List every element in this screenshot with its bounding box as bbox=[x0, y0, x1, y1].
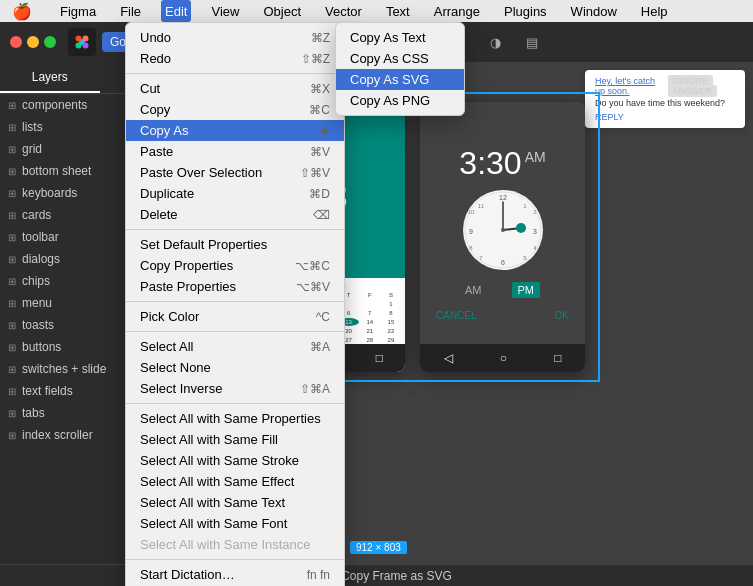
am-label[interactable]: AM bbox=[465, 284, 482, 296]
svg-point-4 bbox=[83, 43, 89, 49]
grid-icon: ⊞ bbox=[8, 100, 16, 111]
cal-20: 15 bbox=[381, 318, 401, 326]
menu-paste-over[interactable]: Paste Over Selection ⇧⌘V bbox=[126, 162, 344, 183]
grid-icon-8: ⊞ bbox=[8, 254, 16, 265]
grid-icon-10: ⊞ bbox=[8, 298, 16, 309]
grid-icon-9: ⊞ bbox=[8, 276, 16, 287]
svg-point-20 bbox=[516, 223, 526, 233]
svg-point-2 bbox=[76, 43, 82, 49]
menu-sep-1 bbox=[126, 73, 344, 74]
plugins-menu[interactable]: Plugins bbox=[500, 0, 551, 22]
cal-6 bbox=[360, 300, 380, 308]
object-menu[interactable]: Object bbox=[259, 0, 305, 22]
vector-menu[interactable]: Vector bbox=[321, 0, 366, 22]
phone2-bottom-bar: ◁ ○ □ bbox=[420, 344, 585, 372]
apple-menu[interactable]: 🍎 bbox=[8, 0, 36, 22]
menu-sep-2 bbox=[126, 229, 344, 230]
menu-copy-as[interactable]: Copy As ▶ bbox=[126, 120, 344, 141]
reply-button[interactable]: REPLY bbox=[595, 112, 735, 122]
svg-text:10: 10 bbox=[467, 209, 474, 215]
phone-clock-screen: 3:30AM 12 3 6 9 1 2 4 5 7 bbox=[420, 102, 585, 372]
menu-select-none[interactable]: Select None bbox=[126, 357, 344, 378]
submenu-copy-as-text[interactable]: Copy As Text bbox=[336, 27, 464, 48]
theme-icon[interactable]: ◑ bbox=[482, 28, 510, 56]
svg-text:9: 9 bbox=[469, 228, 473, 235]
menu-duplicate[interactable]: Duplicate ⌘D bbox=[126, 183, 344, 204]
main-layout: Layers Assets ⊞ components ⊞ lists ⊞ gri… bbox=[0, 62, 753, 586]
window-menu[interactable]: Window bbox=[567, 0, 621, 22]
grid-icon-3: ⊞ bbox=[8, 144, 16, 155]
view-menu[interactable]: View bbox=[207, 0, 243, 22]
phone2-cancel[interactable]: CANCEL bbox=[436, 310, 477, 321]
menu-redo[interactable]: Redo ⇧⌘Z bbox=[126, 48, 344, 69]
grid-icon-11: ⊞ bbox=[8, 320, 16, 331]
minimize-button[interactable] bbox=[27, 36, 39, 48]
menu-set-default[interactable]: Set Default Properties bbox=[126, 234, 344, 255]
menu-select-all[interactable]: Select All ⌘A bbox=[126, 336, 344, 357]
svg-point-1 bbox=[76, 36, 82, 42]
menu-undo[interactable]: Undo ⌘Z bbox=[126, 27, 344, 48]
prototype-icon[interactable]: ▤ bbox=[518, 28, 546, 56]
phone2-back-icon: ◁ bbox=[444, 351, 453, 365]
phone1-recent-icon: □ bbox=[376, 351, 383, 365]
svg-point-3 bbox=[83, 36, 89, 42]
grid-icon-5: ⊞ bbox=[8, 188, 16, 199]
menu-delete[interactable]: Delete ⌫ bbox=[126, 204, 344, 225]
submenu-copy-as-png[interactable]: Copy As PNG bbox=[336, 90, 464, 111]
answer-button[interactable]: ANSWER bbox=[668, 85, 718, 97]
edit-menu[interactable]: Edit bbox=[161, 0, 191, 22]
menu-select-same-props[interactable]: Select All with Same Properties bbox=[126, 408, 344, 429]
figma-logo[interactable] bbox=[68, 28, 96, 56]
phone2-ok[interactable]: OK bbox=[555, 310, 569, 321]
menu-copy[interactable]: Copy ⌘C bbox=[126, 99, 344, 120]
phone2-recent-icon: □ bbox=[554, 351, 561, 365]
maximize-button[interactable] bbox=[44, 36, 56, 48]
chat-link[interactable]: Hey, let's catch up soon. bbox=[595, 76, 660, 96]
menu-select-same-font[interactable]: Select All with Same Font bbox=[126, 513, 344, 534]
figma-menu[interactable]: Figma bbox=[56, 0, 100, 22]
grid-icon-12: ⊞ bbox=[8, 342, 16, 353]
menu-sep-3 bbox=[126, 301, 344, 302]
cal-14: 8 bbox=[381, 309, 401, 317]
menu-start-dictation[interactable]: Start Dictation… fn fn bbox=[126, 564, 344, 585]
arrange-menu[interactable]: Arrange bbox=[430, 0, 484, 22]
menu-cut[interactable]: Cut ⌘X bbox=[126, 78, 344, 99]
menu-select-same-effect[interactable]: Select All with Same Effect bbox=[126, 471, 344, 492]
menu-select-same-instance: Select All with Same Instance bbox=[126, 534, 344, 555]
cal-day-s2: S bbox=[381, 291, 401, 299]
menu-copy-props[interactable]: Copy Properties ⌥⌘C bbox=[126, 255, 344, 276]
menu-select-same-text[interactable]: Select All with Same Text bbox=[126, 492, 344, 513]
bottom-bar: Figma: Copy Frame as SVG bbox=[0, 564, 753, 586]
tab-layers[interactable]: Layers bbox=[0, 62, 100, 93]
menu-select-same-stroke[interactable]: Select All with Same Stroke bbox=[126, 450, 344, 471]
submenu-copy-as-svg[interactable]: Copy As SVG bbox=[336, 69, 464, 90]
svg-text:11: 11 bbox=[477, 203, 484, 209]
file-menu[interactable]: File bbox=[116, 0, 145, 22]
clock-time: 3:30AM bbox=[459, 145, 545, 182]
cal-27: 22 bbox=[381, 327, 401, 335]
submenu-copy-as-css[interactable]: Copy As CSS bbox=[336, 48, 464, 69]
grid-icon-13: ⊞ bbox=[8, 364, 16, 375]
chat-bubble: Hey, let's catch up soon. IGNORE ANSWER … bbox=[585, 70, 745, 128]
copy-as-submenu: Copy As Text Copy As CSS Copy As SVG Cop… bbox=[335, 22, 465, 116]
grid-icon-14: ⊞ bbox=[8, 386, 16, 397]
help-menu[interactable]: Help bbox=[637, 0, 672, 22]
close-button[interactable] bbox=[10, 36, 22, 48]
menu-select-inverse[interactable]: Select Inverse ⇧⌘A bbox=[126, 378, 344, 399]
grid-icon-4: ⊞ bbox=[8, 166, 16, 177]
menu-paste[interactable]: Paste ⌘V bbox=[126, 141, 344, 162]
grid-icon-7: ⊞ bbox=[8, 232, 16, 243]
cal-19: 14 bbox=[360, 318, 380, 326]
menu-sep-6 bbox=[126, 559, 344, 560]
pm-label[interactable]: PM bbox=[512, 282, 541, 298]
svg-text:6: 6 bbox=[501, 259, 505, 266]
cal-day-f: F bbox=[360, 291, 380, 299]
menu-select-same-fill[interactable]: Select All with Same Fill bbox=[126, 429, 344, 450]
menu-sep-4 bbox=[126, 331, 344, 332]
cal-33: 28 bbox=[360, 336, 380, 344]
grid-icon-16: ⊞ bbox=[8, 430, 16, 441]
menu-paste-props[interactable]: Paste Properties ⌥⌘V bbox=[126, 276, 344, 297]
chat-body: Do you have time this weekend? bbox=[595, 98, 735, 108]
text-menu[interactable]: Text bbox=[382, 0, 414, 22]
menu-pick-color[interactable]: Pick Color ^C bbox=[126, 306, 344, 327]
